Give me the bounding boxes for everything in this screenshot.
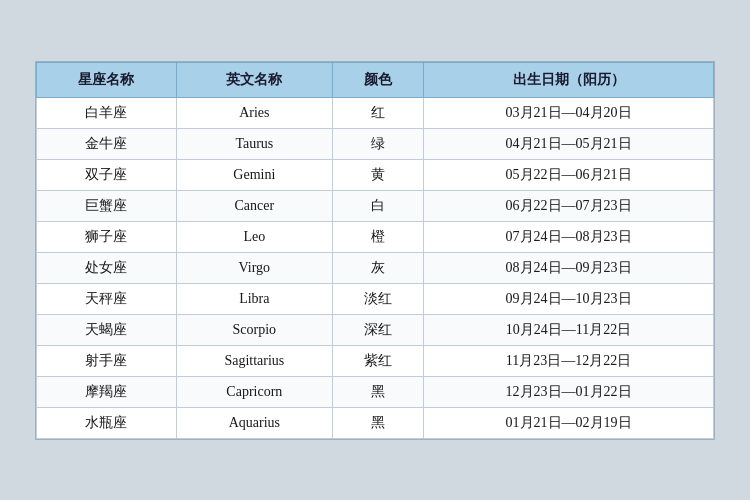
- cell-english-name: Virgo: [176, 252, 332, 283]
- cell-english-name: Scorpio: [176, 314, 332, 345]
- cell-color: 橙: [332, 221, 423, 252]
- cell-color: 淡红: [332, 283, 423, 314]
- header-english-name: 英文名称: [176, 62, 332, 97]
- table-row: 狮子座Leo橙07月24日—08月23日: [37, 221, 714, 252]
- cell-dates: 10月24日—11月22日: [424, 314, 714, 345]
- table-row: 水瓶座Aquarius黑01月21日—02月19日: [37, 407, 714, 438]
- table-row: 处女座Virgo灰08月24日—09月23日: [37, 252, 714, 283]
- zodiac-table-container: 星座名称 英文名称 颜色 出生日期（阳历） 白羊座Aries红03月21日—04…: [35, 61, 715, 440]
- table-row: 摩羯座Capricorn黑12月23日—01月22日: [37, 376, 714, 407]
- cell-dates: 07月24日—08月23日: [424, 221, 714, 252]
- cell-chinese-name: 天秤座: [37, 283, 177, 314]
- table-row: 巨蟹座Cancer白06月22日—07月23日: [37, 190, 714, 221]
- cell-color: 黄: [332, 159, 423, 190]
- cell-color: 紫红: [332, 345, 423, 376]
- cell-english-name: Aquarius: [176, 407, 332, 438]
- cell-chinese-name: 天蝎座: [37, 314, 177, 345]
- cell-english-name: Taurus: [176, 128, 332, 159]
- table-row: 天秤座Libra淡红09月24日—10月23日: [37, 283, 714, 314]
- header-color: 颜色: [332, 62, 423, 97]
- table-row: 射手座Sagittarius紫红11月23日—12月22日: [37, 345, 714, 376]
- cell-english-name: Leo: [176, 221, 332, 252]
- table-row: 金牛座Taurus绿04月21日—05月21日: [37, 128, 714, 159]
- cell-english-name: Capricorn: [176, 376, 332, 407]
- cell-dates: 05月22日—06月21日: [424, 159, 714, 190]
- cell-dates: 06月22日—07月23日: [424, 190, 714, 221]
- cell-english-name: Aries: [176, 97, 332, 128]
- cell-chinese-name: 水瓶座: [37, 407, 177, 438]
- cell-chinese-name: 金牛座: [37, 128, 177, 159]
- cell-chinese-name: 处女座: [37, 252, 177, 283]
- cell-dates: 03月21日—04月20日: [424, 97, 714, 128]
- header-chinese-name: 星座名称: [37, 62, 177, 97]
- cell-chinese-name: 狮子座: [37, 221, 177, 252]
- header-dates: 出生日期（阳历）: [424, 62, 714, 97]
- cell-chinese-name: 摩羯座: [37, 376, 177, 407]
- cell-dates: 04月21日—05月21日: [424, 128, 714, 159]
- cell-color: 深红: [332, 314, 423, 345]
- cell-color: 黑: [332, 407, 423, 438]
- cell-color: 灰: [332, 252, 423, 283]
- cell-chinese-name: 射手座: [37, 345, 177, 376]
- cell-color: 白: [332, 190, 423, 221]
- cell-color: 绿: [332, 128, 423, 159]
- cell-chinese-name: 白羊座: [37, 97, 177, 128]
- table-row: 双子座Gemini黄05月22日—06月21日: [37, 159, 714, 190]
- cell-dates: 12月23日—01月22日: [424, 376, 714, 407]
- cell-color: 黑: [332, 376, 423, 407]
- cell-dates: 08月24日—09月23日: [424, 252, 714, 283]
- cell-english-name: Sagittarius: [176, 345, 332, 376]
- cell-chinese-name: 巨蟹座: [37, 190, 177, 221]
- cell-dates: 11月23日—12月22日: [424, 345, 714, 376]
- table-header-row: 星座名称 英文名称 颜色 出生日期（阳历）: [37, 62, 714, 97]
- cell-english-name: Gemini: [176, 159, 332, 190]
- cell-chinese-name: 双子座: [37, 159, 177, 190]
- table-body: 白羊座Aries红03月21日—04月20日金牛座Taurus绿04月21日—0…: [37, 97, 714, 438]
- cell-dates: 01月21日—02月19日: [424, 407, 714, 438]
- table-row: 白羊座Aries红03月21日—04月20日: [37, 97, 714, 128]
- cell-english-name: Libra: [176, 283, 332, 314]
- cell-english-name: Cancer: [176, 190, 332, 221]
- table-row: 天蝎座Scorpio深红10月24日—11月22日: [37, 314, 714, 345]
- cell-dates: 09月24日—10月23日: [424, 283, 714, 314]
- zodiac-table: 星座名称 英文名称 颜色 出生日期（阳历） 白羊座Aries红03月21日—04…: [36, 62, 714, 439]
- cell-color: 红: [332, 97, 423, 128]
